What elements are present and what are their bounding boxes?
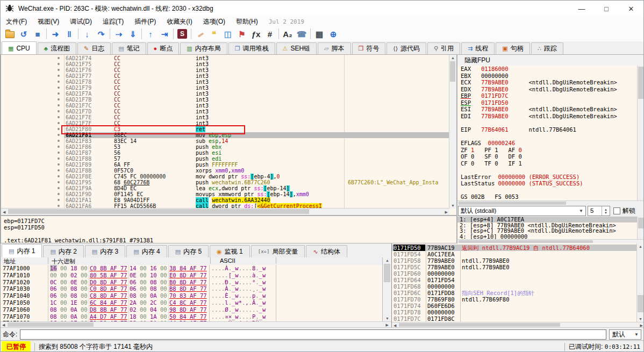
breakpoint-dot[interactable] — [58, 134, 60, 136]
disasm-row[interactable]: 6AD21F7ACCint3 — [1, 91, 449, 97]
tab-SEH链[interactable]: ⚠SEH链 — [276, 42, 317, 54]
breakpoint-dot[interactable] — [58, 193, 60, 195]
stack-row[interactable]: 0171FD54A0C17EEA — [392, 251, 637, 257]
tab-CPU[interactable]: ▦CPU — [2, 41, 37, 55]
disasm-row[interactable]: 6AD21F896A FFpush FFFFFFFF — [1, 162, 449, 168]
register-line[interactable]: EBP 0171FD7C — [457, 92, 638, 99]
register-line[interactable]: EIP 77B64061 ntdll.77B64061 — [457, 126, 638, 133]
stack-row[interactable]: 0171FD5077B9AC19返回到 ntdll.77B9AC19 自 ntd… — [392, 245, 637, 251]
scrollbar-thumb[interactable] — [638, 67, 643, 99]
tab-日志[interactable]: ✎日志 — [77, 42, 111, 54]
disasm-row[interactable]: 6AD21F8383EC 14sub esp,14 — [1, 138, 449, 144]
register-line[interactable]: ESP 0171FD50 — [457, 99, 638, 106]
tab-监视 1[interactable]: ◉监视 1 — [210, 245, 250, 257]
register-line[interactable]: LastStatus 00000000 (STATUS_SUCCESS) — [457, 180, 638, 187]
stack-vertical-scrollbar[interactable]: ▲ ▼ — [636, 243, 644, 322]
disasm-row[interactable]: 6AD21F7CCCint3 — [1, 103, 449, 109]
disasm-vertical-scrollbar[interactable]: ▲ ▼ — [449, 55, 456, 209]
scroll-left-arrow[interactable]: ◀ — [3, 210, 5, 214]
register-line[interactable]: EDX 77B9ABE0 <ntdll.DbgUiRemoteBreakin> — [457, 86, 638, 93]
tab-局部变量[interactable]: [x=]局部变量 — [251, 245, 305, 257]
maximize-button[interactable]: □ — [594, 1, 619, 17]
breakpoint-dot[interactable] — [58, 81, 60, 83]
scroll-left-arrow[interactable]: ◀ — [2, 323, 5, 327]
tab-内存 1[interactable]: ▤内存 1 — [2, 244, 42, 258]
breakpoint-dot[interactable] — [58, 163, 60, 166]
open-file-icon[interactable] — [3, 27, 17, 40]
memory-row[interactable]: 77AF10200C 00 0E 00D0 8D AF 7706 00 08 0… — [1, 279, 382, 286]
tab-内存布局[interactable]: ▥内存布局 — [180, 42, 227, 54]
breakpoint-dot[interactable] — [58, 128, 60, 130]
arguments-vertical-scrollbar[interactable] — [637, 217, 644, 239]
memory-row[interactable]: 77AF107008 00 0A 00A4 D7 AF 7718 00 1A 0… — [1, 313, 382, 320]
tab-笔记[interactable]: ▤笔记 — [112, 42, 146, 54]
disasm-row[interactable]: 6AD21F7BCCint3 — [1, 97, 449, 103]
register-line[interactable]: ESI 77B9ABE0 <ntdll.DbgUiRemoteBreakin> — [457, 106, 638, 113]
scroll-right-arrow[interactable]: ▶ — [640, 324, 643, 327]
hide-fpu-button[interactable]: 隐藏FPU — [457, 55, 644, 66]
execute-till-return-icon[interactable]: ⇓ — [126, 27, 140, 40]
comment-icon[interactable]: ❝ — [207, 27, 221, 40]
disasm-row[interactable]: 6AD21F7DCCint3 — [1, 109, 449, 114]
scrollbar-thumb[interactable] — [459, 202, 566, 205]
disasm-row[interactable]: 6AD21F9A8D4D EClea ecx,dword ptr ss:[ebp… — [1, 185, 449, 191]
stack-row[interactable]: 0171FD5C77B9ABE0ntdll.77B9ABE0 — [392, 264, 637, 270]
tab-跟踪[interactable]: ∴跟踪 — [531, 42, 563, 54]
scroll-down-arrow[interactable]: ▼ — [451, 204, 455, 207]
tab-内存 2[interactable]: ▤内存 2 — [43, 245, 83, 257]
register-line[interactable]: EAX 01186000 — [457, 66, 638, 73]
function-icon[interactable]: ƒx — [249, 27, 263, 40]
stack-row[interactable]: 0171FD7077B69F80ntdll.77B69F80 — [392, 296, 637, 303]
unlock-checkbox[interactable] — [613, 207, 620, 214]
register-line[interactable] — [457, 187, 638, 194]
scroll-up-arrow[interactable]: ▲ — [639, 245, 642, 248]
label-icon[interactable]: ◫ — [221, 27, 235, 40]
tab-线程[interactable]: ⇉线程 — [461, 42, 495, 54]
breakpoint-dot[interactable] — [58, 98, 60, 100]
menu-item[interactable]: 追踪(T) — [97, 17, 129, 26]
stack-row[interactable]: 0171FD5877B9ABE0ntdll.77B9ABE0 — [392, 257, 637, 264]
scrollbar-thumb[interactable] — [450, 61, 455, 82]
tab-源代码[interactable]: ⟨⟩源代码 — [387, 42, 426, 54]
register-line[interactable] — [457, 167, 638, 174]
disasm-row[interactable]: 6AD21F8857push edi — [1, 156, 449, 162]
patch-icon[interactable]: ▬ — [193, 27, 207, 40]
breakpoint-dot[interactable] — [58, 140, 60, 142]
disasm-row[interactable]: 6AD21F8B0F57C0xorps xmm0,xmm0 — [1, 168, 449, 174]
memory-row[interactable]: 77AF100016 00 18 00C0 8B AF 7714 00 16 0… — [1, 265, 382, 272]
tab-脚本[interactable]: ▱脚本 — [318, 42, 350, 54]
stop-icon[interactable]: ■ — [31, 27, 45, 40]
scroll-up-arrow[interactable]: ▲ — [385, 258, 389, 262]
stack-row[interactable]: 0171FD6000000000 — [392, 270, 637, 277]
disasm-row[interactable]: 6AD21F75CCint3 — [1, 61, 449, 67]
calculator-icon[interactable]: ▦ — [312, 27, 326, 40]
breakpoint-dot[interactable] — [58, 146, 60, 148]
breakpoint-dot[interactable] — [58, 87, 60, 89]
breakpoint-dot[interactable] — [58, 63, 60, 65]
menu-item[interactable]: 视图(V) — [32, 17, 65, 26]
breakpoint-dot[interactable] — [58, 92, 60, 95]
menu-item[interactable]: 帮助(H) — [231, 17, 263, 26]
disasm-row[interactable]: 6AD21F9D0F1145 ECmovups xmmword ptr ss:[… — [1, 191, 449, 197]
breakpoint-dot[interactable] — [58, 122, 60, 124]
az-icon[interactable]: A₂ — [281, 27, 295, 40]
close-button[interactable]: ✕ — [619, 1, 643, 17]
disasm-row[interactable]: 6AD21FA1E8 9A04D1FFcall wechatwin.6AA324… — [1, 197, 449, 203]
disasm-row[interactable]: 6AD21F74CCint3 — [1, 55, 449, 61]
scroll-up-arrow[interactable]: ▲ — [451, 56, 455, 60]
internet-icon[interactable]: ⊕ — [326, 27, 340, 40]
stack-row[interactable]: 0171FD640171FD54 — [392, 277, 637, 283]
argument-row[interactable]: 3: [esp+C] 77B9ABE0 <ntdll.DbgUiRemoteBr… — [457, 228, 638, 234]
stack-row[interactable]: 0171FD7800000000 — [392, 309, 637, 315]
stack-row[interactable]: 0171FD7C0171FD8C — [392, 315, 637, 322]
argument-row[interactable]: 4: [esp+10] 00000000 — [457, 234, 638, 240]
disasm-row[interactable]: 6AD21F79CCint3 — [1, 85, 449, 91]
run-to-user-code-icon[interactable]: ⇥ — [158, 27, 171, 40]
tab-内存 5[interactable]: ▤内存 5 — [168, 245, 209, 257]
disasm-row[interactable]: 6AD21F76CCint3 — [1, 67, 449, 73]
scrollbar-thumb[interactable] — [399, 323, 560, 327]
menu-item[interactable]: 文件(F) — [1, 17, 32, 26]
breakpoint-dot[interactable] — [58, 110, 60, 112]
run-icon[interactable]: ➜ — [48, 27, 62, 40]
memory-vertical-scrollbar[interactable]: ▲ ▼ — [382, 257, 392, 321]
